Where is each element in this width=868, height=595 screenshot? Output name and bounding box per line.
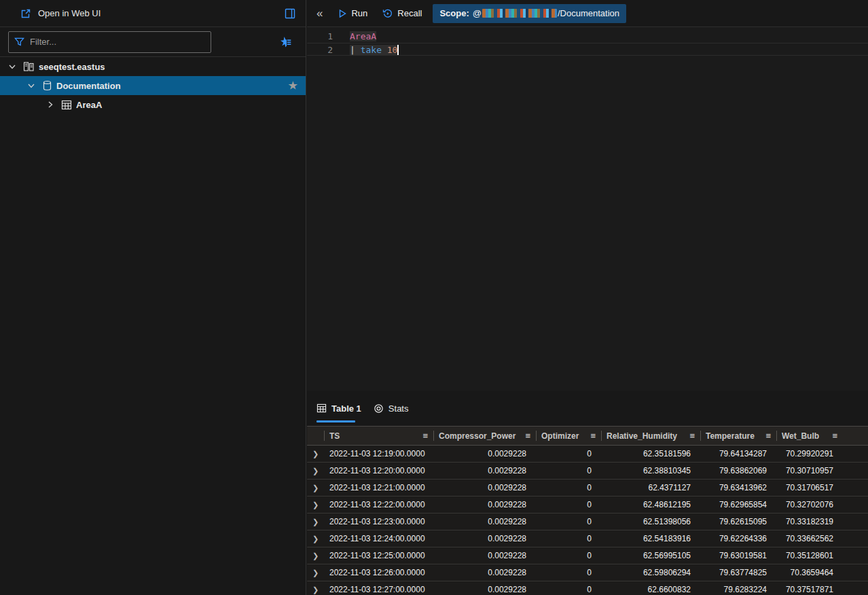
- recall-button[interactable]: Recall: [382, 8, 422, 19]
- scope-at-sign: @: [473, 8, 482, 18]
- tree-item-label: seeqtest.eastus: [39, 62, 105, 72]
- table-row[interactable]: ❯2022-11-03 12:27:00.00000.0029228062.66…: [307, 581, 868, 595]
- cell-wet_bulb: 70.3659464: [776, 568, 843, 577]
- cell-relative_humidity: 62.4371127: [601, 483, 700, 492]
- table-row[interactable]: ❯2022-11-03 12:26:00.00000.0029228062.59…: [307, 564, 868, 581]
- favorites-filter-icon[interactable]: [278, 36, 292, 48]
- scope-cluster-redacted: [482, 9, 557, 18]
- text-cursor: [397, 45, 399, 55]
- column-menu-icon[interactable]: ≡: [422, 431, 428, 441]
- table-row[interactable]: ❯2022-11-03 12:19:00.00000.0029228062.35…: [307, 446, 868, 463]
- row-expander-icon[interactable]: ❯: [307, 535, 324, 543]
- column-menu-icon[interactable]: ≡: [590, 431, 596, 441]
- filter-row: [0, 27, 306, 57]
- cell-wet_bulb: 70.30710957: [776, 466, 843, 475]
- connection-sidebar: Open in Web UI: [0, 0, 306, 595]
- code-editor[interactable]: 1 AreaA 2 | take 10: [307, 28, 868, 391]
- cell-temperature: 79.6283224: [700, 585, 776, 594]
- collapse-sidebar-icon[interactable]: «: [317, 7, 323, 20]
- cell-temperature: 79.62264336: [700, 534, 776, 543]
- column-menu-icon[interactable]: ≡: [765, 431, 771, 441]
- scope-label: Scope:: [439, 8, 469, 18]
- chevron-down-icon[interactable]: [26, 82, 37, 90]
- cell-relative_humidity: 62.38810345: [601, 466, 700, 475]
- expander-column-header: [307, 427, 324, 445]
- cell-temperature: 79.64134287: [700, 449, 776, 458]
- column-menu-icon[interactable]: ≡: [689, 431, 695, 441]
- tree-item-database[interactable]: Documentation ★: [0, 76, 306, 95]
- chevron-right-icon[interactable]: [45, 101, 56, 109]
- cell-wet_bulb: 70.33662562: [776, 534, 843, 543]
- token-number: 10: [387, 45, 398, 55]
- cell-compressor_power: 0.0029228: [433, 483, 536, 492]
- cell-temperature: 79.63413962: [700, 483, 776, 492]
- line-number: 2: [307, 43, 333, 55]
- row-expander-icon[interactable]: ❯: [307, 484, 324, 492]
- tree-item-cluster[interactable]: seeqtest.eastus: [0, 57, 306, 76]
- query-toolbar: « Run Recall: [307, 0, 868, 27]
- scope-selector[interactable]: Scope: @ /Documentation: [433, 4, 626, 23]
- table-row[interactable]: ❯2022-11-03 12:20:00.00000.0029228062.38…: [307, 463, 868, 480]
- chevron-down-icon[interactable]: [7, 62, 18, 71]
- table-row[interactable]: ❯2022-11-03 12:22:00.00000.0029228062.48…: [307, 497, 868, 513]
- run-button[interactable]: Run: [338, 8, 367, 18]
- cell-ts: 2022-11-03 12:19:00.0000: [324, 449, 433, 458]
- tab-table-1[interactable]: Table 1: [317, 391, 361, 426]
- database-icon: [42, 80, 52, 91]
- cell-ts: 2022-11-03 12:20:00.0000: [324, 466, 433, 475]
- editor-line-1[interactable]: 1 AreaA: [307, 30, 868, 43]
- column-header-label: Wet_Bulb: [782, 431, 819, 441]
- tab-label: Table 1: [331, 403, 361, 414]
- open-in-web-ui-button[interactable]: Open in Web UI: [38, 8, 284, 18]
- tab-stats[interactable]: Stats: [374, 391, 409, 426]
- scope-database: /Documentation: [558, 8, 619, 18]
- tree-item-table[interactable]: AreaA: [0, 95, 306, 114]
- panel-layout-icon[interactable]: [284, 7, 296, 20]
- column-menu-icon[interactable]: ≡: [525, 431, 530, 441]
- column-header-label: Relative_Humidity: [607, 431, 677, 441]
- cluster-icon: [23, 61, 35, 72]
- column-header-optimizer[interactable]: Optimizer≡: [536, 427, 601, 445]
- row-expander-icon[interactable]: ❯: [307, 518, 324, 526]
- column-menu-icon[interactable]: ≡: [832, 431, 837, 441]
- column-header-wet_bulb[interactable]: Wet_Bulb≡: [776, 427, 843, 445]
- cell-optimizer: 0: [536, 449, 601, 458]
- token-table-name: AreaA: [350, 31, 376, 41]
- row-expander-icon[interactable]: ❯: [307, 569, 324, 577]
- column-header-label: Temperature: [706, 431, 755, 441]
- row-expander-icon[interactable]: ❯: [307, 585, 324, 594]
- token-pipe: |: [350, 45, 361, 55]
- column-header-temperature[interactable]: Temperature≡: [700, 427, 776, 445]
- cell-wet_bulb: 70.29920291: [776, 449, 843, 458]
- results-panel: Table 1 Stats TS≡Compressor_Power≡Optimi…: [307, 391, 868, 595]
- table-row[interactable]: ❯2022-11-03 12:25:00.00000.0029228062.56…: [307, 547, 868, 564]
- column-header-label: Compressor_Power: [439, 431, 516, 441]
- table-icon: [61, 100, 72, 110]
- editor-line-2[interactable]: 2 | take 10: [307, 43, 868, 56]
- open-external-icon[interactable]: [20, 8, 31, 19]
- cell-temperature: 79.63774825: [700, 568, 776, 577]
- cell-wet_bulb: 70.33182319: [776, 517, 843, 526]
- filter-input[interactable]: [30, 37, 205, 47]
- cell-compressor_power: 0.0029228: [433, 517, 536, 526]
- favorite-star-icon[interactable]: ★: [289, 79, 297, 92]
- filter-input-box[interactable]: [8, 31, 211, 53]
- results-tab-bar: Table 1 Stats: [307, 391, 868, 427]
- results-grid-body: ❯2022-11-03 12:19:00.00000.0029228062.35…: [307, 446, 868, 595]
- token-keyword: take: [361, 45, 387, 55]
- row-expander-icon[interactable]: ❯: [307, 450, 324, 458]
- column-header-relative_humidity[interactable]: Relative_Humidity≡: [601, 427, 700, 445]
- cell-relative_humidity: 62.59806294: [601, 568, 700, 577]
- column-header-compressor_power[interactable]: Compressor_Power≡: [433, 427, 536, 445]
- cell-temperature: 79.62615095: [700, 517, 776, 526]
- stats-icon: [374, 403, 384, 414]
- cell-optimizer: 0: [536, 585, 601, 594]
- row-expander-icon[interactable]: ❯: [307, 552, 324, 560]
- row-expander-icon[interactable]: ❯: [307, 501, 324, 509]
- row-expander-icon[interactable]: ❯: [307, 467, 324, 475]
- column-header-ts[interactable]: TS≡: [324, 427, 433, 445]
- table-row[interactable]: ❯2022-11-03 12:24:00.00000.0029228062.54…: [307, 530, 868, 547]
- cell-ts: 2022-11-03 12:21:00.0000: [324, 483, 433, 492]
- table-row[interactable]: ❯2022-11-03 12:21:00.00000.0029228062.43…: [307, 480, 868, 497]
- table-row[interactable]: ❯2022-11-03 12:23:00.00000.0029228062.51…: [307, 513, 868, 530]
